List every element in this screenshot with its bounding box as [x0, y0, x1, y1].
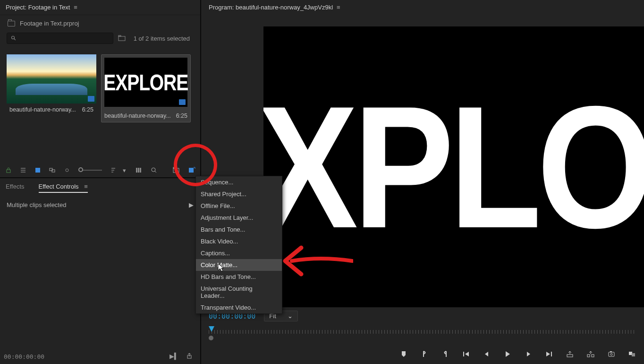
- program-timeline-ruler[interactable]: [209, 326, 636, 340]
- panel-divider[interactable]: [0, 177, 200, 178]
- svg-rect-16: [138, 168, 139, 173]
- zoom-handle-icon[interactable]: [209, 336, 213, 340]
- svg-rect-4: [7, 170, 10, 173]
- ctx-captions[interactable]: Captions...: [196, 247, 282, 259]
- svg-rect-2: [119, 36, 125, 41]
- new-bin-icon[interactable]: [173, 166, 180, 174]
- go-to-in-button[interactable]: [462, 350, 470, 358]
- icon-view-icon[interactable]: [34, 166, 41, 174]
- lock-icon[interactable]: [5, 166, 12, 174]
- project-panel: Project: Footage in Text ≡ Footage in Te…: [0, 0, 200, 177]
- svg-rect-17: [140, 168, 141, 173]
- svg-rect-25: [551, 352, 552, 356]
- bin-icon: [8, 21, 15, 26]
- new-bin-shortcut-icon[interactable]: [116, 35, 127, 42]
- clip-thumbnail[interactable]: beautiful-nature-norway... 6:25: [7, 54, 96, 122]
- svg-point-18: [152, 168, 155, 172]
- add-marker-button[interactable]: [399, 350, 408, 358]
- program-title-text: EXPLORE: [263, 67, 644, 267]
- svg-rect-22: [189, 168, 194, 173]
- ctx-shared-project[interactable]: Shared Project...: [196, 188, 282, 200]
- svg-line-19: [155, 171, 156, 173]
- panel-menu-icon[interactable]: ≡: [84, 183, 88, 190]
- project-thumbnails: beautiful-nature-norway... 6:25 EXPLORE …: [0, 47, 200, 126]
- svg-rect-8: [35, 168, 40, 173]
- thumbnail-zoom-slider[interactable]: [78, 170, 102, 171]
- project-toolbar: ▾: [5, 166, 195, 174]
- ctx-black-video[interactable]: Black Video...: [196, 235, 282, 247]
- search-input[interactable]: [7, 33, 113, 44]
- svg-rect-32: [629, 352, 632, 355]
- svg-rect-28: [592, 355, 594, 357]
- svg-rect-26: [567, 355, 573, 357]
- chevron-down-icon: ⌄: [288, 312, 293, 320]
- video-badge-icon: [88, 96, 94, 102]
- export-icon[interactable]: [185, 352, 194, 360]
- clip-name: beautiful-nature-norway...: [9, 106, 76, 113]
- effects-panel: Effects Effect Controls ≡ Multiple clips…: [0, 178, 200, 364]
- ruler-ticks: [209, 330, 636, 334]
- export-frame-button[interactable]: [607, 350, 616, 358]
- freeform-view-icon[interactable]: [49, 166, 56, 174]
- project-panel-title: Project: Footage in Text: [6, 4, 70, 11]
- svg-rect-15: [136, 168, 137, 173]
- ctx-bars-and-tone[interactable]: Bars and Tone...: [196, 224, 282, 235]
- svg-rect-3: [119, 35, 121, 36]
- clip-thumbnail-image: EXPLORE: [104, 58, 187, 107]
- program-panel-header: Program: beautiful-nature-norway_4JwpVz9…: [201, 0, 644, 15]
- sequence-badge-icon: [179, 99, 186, 105]
- clip-duration: 6:25: [176, 113, 187, 119]
- search-icon: [11, 35, 17, 41]
- automate-to-sequence-icon[interactable]: [136, 166, 143, 174]
- program-panel-title: Program: beautiful-nature-norway_4JwpVz9…: [209, 4, 333, 11]
- svg-rect-31: [610, 351, 612, 352]
- svg-rect-24: [463, 352, 464, 356]
- clip-duration: 6:25: [82, 106, 93, 113]
- clip-thumbnail[interactable]: EXPLORE beautiful-nature-norway... 6:25: [101, 54, 191, 122]
- chevron-down-icon[interactable]: ▾: [121, 166, 128, 174]
- lift-button[interactable]: [566, 350, 574, 358]
- program-monitor-viewport[interactable]: EXPLORE: [263, 26, 644, 307]
- mark-out-button[interactable]: [441, 350, 449, 358]
- ctx-color-matte[interactable]: Color Matte...: [196, 259, 282, 271]
- svg-point-30: [610, 354, 612, 355]
- comparison-view-button[interactable]: [628, 350, 636, 358]
- panel-menu-icon[interactable]: ≡: [337, 4, 340, 11]
- selection-count-label: 1 of 2 items selected: [134, 35, 190, 42]
- svg-point-11: [66, 169, 68, 172]
- effects-timecode[interactable]: 00:00:00:00: [4, 353, 44, 360]
- effect-controls-status-row: Multiple clips selected ▶: [0, 197, 200, 213]
- effect-controls-status: Multiple clips selected: [7, 201, 66, 208]
- new-item-context-menu: Sequence... Shared Project... Offline Fi…: [195, 176, 282, 314]
- transport-controls: [399, 350, 636, 358]
- ctx-sequence[interactable]: Sequence...: [196, 176, 282, 188]
- new-item-button[interactable]: [188, 166, 195, 174]
- effects-footer-icons: ▶▍: [170, 352, 194, 360]
- tab-effects[interactable]: Effects: [6, 183, 25, 193]
- ctx-transparent-video[interactable]: Transparent Video...: [196, 302, 282, 313]
- play-stop-icon[interactable]: ▶▍: [170, 352, 178, 360]
- tab-effect-controls[interactable]: Effect Controls ≡: [39, 183, 88, 193]
- sort-icon[interactable]: [110, 166, 117, 174]
- svg-rect-20: [173, 168, 179, 173]
- extract-button[interactable]: [586, 350, 595, 358]
- svg-point-0: [12, 36, 15, 39]
- ctx-offline-file[interactable]: Offline File...: [196, 200, 282, 212]
- list-view-icon[interactable]: [19, 166, 26, 174]
- find-icon[interactable]: [151, 166, 158, 174]
- project-panel-header: Project: Footage in Text ≡: [0, 0, 200, 15]
- panel-menu-icon[interactable]: ≡: [74, 4, 77, 11]
- mark-in-button[interactable]: [420, 350, 429, 358]
- clip-thumbnail-image: [7, 54, 96, 104]
- ctx-hd-bars-and-tone[interactable]: HD Bars and Tone...: [196, 271, 282, 283]
- effects-tabs: Effects Effect Controls ≡: [0, 178, 200, 197]
- project-search-row: 1 of 2 items selected: [0, 30, 200, 47]
- go-to-out-button[interactable]: [545, 350, 553, 358]
- svg-line-1: [14, 39, 16, 40]
- ctx-adjustment-layer[interactable]: Adjustment Layer...: [196, 212, 282, 224]
- step-forward-button[interactable]: [524, 350, 533, 358]
- step-back-button[interactable]: [483, 350, 491, 358]
- play-arrow-icon[interactable]: ▶: [189, 201, 194, 208]
- ctx-universal-counting-leader[interactable]: Universal Counting Leader...: [196, 283, 282, 302]
- play-button[interactable]: [503, 350, 512, 358]
